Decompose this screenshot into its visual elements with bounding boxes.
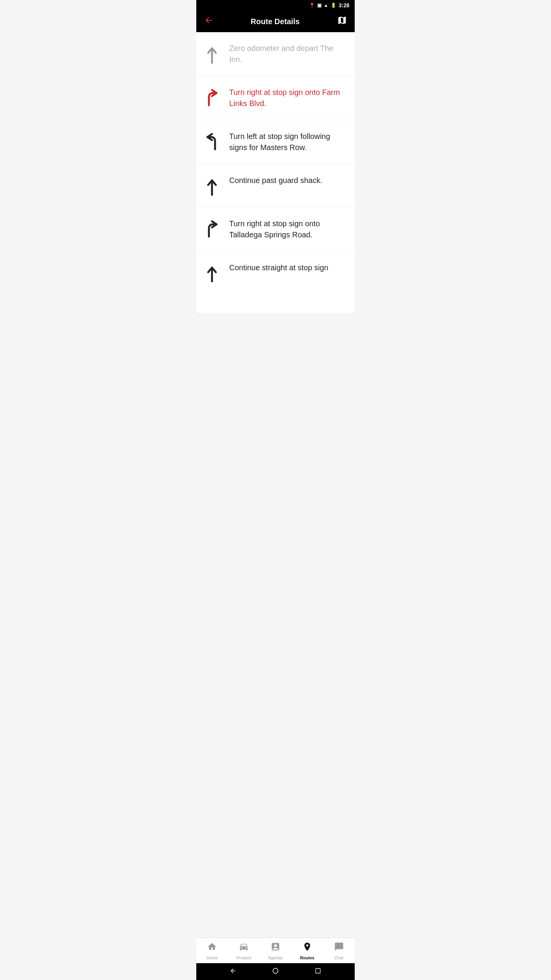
instruction-text: Turn left at stop sign following signs f… xyxy=(229,131,347,153)
instruction-text: Continue past guard shack. xyxy=(229,175,347,186)
turn-right-icon xyxy=(202,87,222,108)
route-item-partial: Continue straight at stop sign xyxy=(196,252,355,282)
page-title: Route Details xyxy=(251,17,300,26)
instruction-text-partial: Continue straight at stop sign xyxy=(229,262,328,273)
back-button[interactable] xyxy=(202,14,215,29)
instruction-text: Turn right at stop sign onto Talladega S… xyxy=(229,218,347,240)
route-item: Turn left at stop sign following signs f… xyxy=(196,120,355,164)
instruction-text: Zero odometer and depart The Inn. xyxy=(229,43,347,65)
map-button[interactable] xyxy=(336,14,349,29)
status-time: 3:28 xyxy=(339,2,349,8)
straight-icon xyxy=(202,262,222,282)
header: Route Details xyxy=(196,11,355,32)
turn-right-icon xyxy=(202,218,222,240)
turn-left-icon xyxy=(202,131,222,152)
straight-icon xyxy=(202,175,222,196)
battery-icon: 🔋 xyxy=(331,3,336,8)
route-item: Continue past guard shack. xyxy=(196,164,355,207)
location-icon: 📍 xyxy=(309,3,315,8)
route-item: Zero odometer and depart The Inn. xyxy=(196,32,355,76)
route-list: Zero odometer and depart The Inn. Turn r… xyxy=(196,32,355,313)
straight-icon xyxy=(202,43,222,64)
route-item: Turn right at stop sign onto Talladega S… xyxy=(196,207,355,252)
signal-icon: ▲ xyxy=(324,3,328,8)
route-item: Turn right at stop sign onto Farm Links … xyxy=(196,76,355,120)
instruction-text: Turn right at stop sign onto Farm Links … xyxy=(229,87,347,109)
status-bar: 📍 ▣ ▲ 🔋 3:28 xyxy=(196,0,355,11)
vibrate-icon: ▣ xyxy=(317,3,321,8)
